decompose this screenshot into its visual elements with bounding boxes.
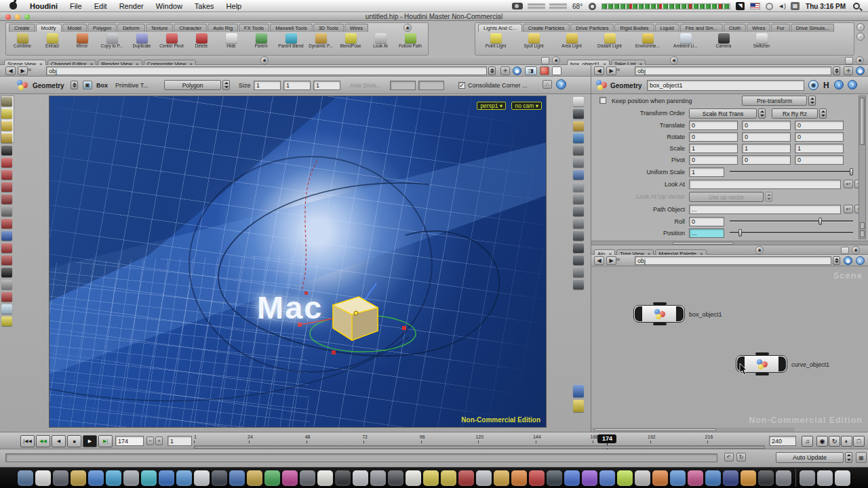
toolbar-icon[interactable] [1,134,12,143]
forward-icon[interactable]: ▶ [606,66,616,75]
transport-button[interactable]: |◀◀ [20,435,35,447]
link-icon[interactable]: ◉ [856,66,865,75]
node-flag[interactable] [635,306,642,321]
network-editor[interactable]: Scene Non-Commercial Edition box_object1… [591,266,868,432]
viewport-icon[interactable] [573,158,584,167]
window-titlebar[interactable]: untitled.hip - Houdini Master Non-Commer… [0,12,868,21]
pivot-y-field[interactable]: 0 [742,155,791,165]
maximize-pane-icon[interactable] [541,57,549,64]
shelf-tool[interactable]: Duplicate [127,33,157,48]
white-panel-icon[interactable] [552,66,561,75]
rotate-order-dropdown[interactable]: Rx Ry Rz [772,108,818,119]
shelf-tab[interactable]: FX Tools [239,24,269,32]
shelf-tool[interactable]: Delete [186,33,216,48]
viewport-icon[interactable] [573,146,584,155]
back-icon[interactable]: ◀ [594,66,604,75]
viewport-icon[interactable] [573,400,584,412]
dock-app-icon[interactable] [688,470,703,486]
viewport-icon[interactable] [573,195,584,204]
shelf-tool[interactable]: Switcher [743,33,781,48]
shelf-tool[interactable]: Mirror [67,33,97,48]
transport-button[interactable]: ◀ [52,435,66,447]
consolidate-checkbox[interactable]: ✓ [458,82,465,89]
size-y-field[interactable]: 1 [283,81,311,90]
new-tab-button[interactable]: ◉ [755,246,764,254]
transport-button[interactable]: ▶| [98,435,113,447]
dock-app-icon[interactable] [53,470,68,486]
shelf-tab[interactable]: Auto Rig [208,24,238,32]
menubar-item[interactable]: File [64,2,88,10]
scrollbar-button[interactable] [860,222,865,229]
shelf-tab[interactable]: Modify [36,24,62,32]
uniform-scale-slider[interactable] [730,167,853,176]
dock-app-icon[interactable] [599,470,615,486]
shelf-tab[interactable]: Create [9,24,35,32]
dock-app-icon[interactable] [406,470,421,486]
translate-z-field[interactable]: 0 [795,121,844,130]
frame-decrement-button[interactable]: − [146,436,154,445]
network-node-box[interactable] [633,305,685,323]
displays-icon[interactable]: ▦ [791,2,800,10]
transform-order-dropdown[interactable]: Scale Rot Trans [689,108,757,119]
shelf-tool[interactable]: Parent [246,33,276,48]
shelf-tab[interactable]: Lights And C... [478,24,522,32]
transport-button[interactable]: ◀◀ [36,435,50,447]
shelf-scroll-left-button[interactable]: ‹ [856,23,865,31]
toolbar-icon[interactable] [1,280,12,289]
dock-app-icon[interactable] [441,470,456,486]
spotlight-icon[interactable] [853,3,860,9]
shelf-tab[interactable]: Cloth [724,24,747,32]
shelf-tab[interactable]: Drive Simula... [791,24,835,32]
dock-app-icon[interactable] [795,469,796,487]
toolbar-icon[interactable] [1,256,12,265]
viewport-icon[interactable] [573,97,584,106]
viewport-icon[interactable] [573,280,584,289]
size-z-field[interactable]: 1 [313,81,340,90]
shelf-tab[interactable]: Maxwell Tools [270,24,313,32]
toolbar-icon[interactable] [1,317,12,326]
no-cam-label[interactable]: no cam ▾ [511,102,542,110]
node-input-stub[interactable] [755,352,769,355]
dock-app-icon[interactable] [547,470,562,486]
op-jump-icon[interactable]: ↩ [844,205,853,214]
dock-app-icon[interactable] [370,470,386,486]
op-selector-stepper[interactable] [71,81,78,89]
roll-field[interactable]: 0 [689,217,724,226]
dock-app-icon[interactable] [353,470,368,486]
dock-app-icon[interactable] [247,470,262,486]
dock-app-icon[interactable] [282,470,298,486]
shelf-tab[interactable]: Character [174,24,207,32]
dock-app-icon[interactable] [388,470,403,486]
translate-y-field[interactable]: 0 [742,121,791,130]
shelf-tab[interactable]: Fur [771,24,789,32]
slider-knob[interactable] [818,218,822,225]
translate-x-field[interactable]: 0 [689,121,738,130]
dock-app-icon[interactable] [476,470,492,486]
dock-app-icon[interactable] [705,470,721,486]
hilite-icon[interactable] [540,66,549,75]
viewport-icon[interactable] [573,243,584,253]
shelf-tab[interactable]: Texture [146,24,174,32]
rotate-x-field[interactable]: 0 [689,132,738,142]
dock-app-icon[interactable] [194,470,210,486]
node-output-stub[interactable] [653,323,667,325]
playbar-options-button[interactable]: □ [853,436,865,447]
target-icon[interactable]: ◉ [808,80,818,90]
viewport-icon[interactable] [573,182,584,192]
dock-app-icon[interactable] [18,470,33,486]
toolbar-icon[interactable] [1,292,12,302]
dock-app-icon[interactable] [335,470,351,486]
dock-app-icon[interactable] [564,470,580,486]
shelf-tool[interactable]: Hide [216,33,246,48]
realtime-toggle-button[interactable]: ◐ [841,436,852,447]
scale-y-field[interactable]: 1 [742,144,791,153]
audio-panel-button[interactable]: ♫ [802,436,813,447]
help-icon[interactable]: ? [848,80,857,89]
dock-app-icon[interactable] [670,470,686,486]
slider-knob[interactable] [850,168,853,176]
shelf-tool[interactable]: Combine [7,33,37,48]
transport-button[interactable]: ■ [67,435,81,447]
dock-app-icon[interactable] [229,470,245,486]
toolbar-icon[interactable] [1,195,12,204]
viewport-icon[interactable] [573,385,584,397]
